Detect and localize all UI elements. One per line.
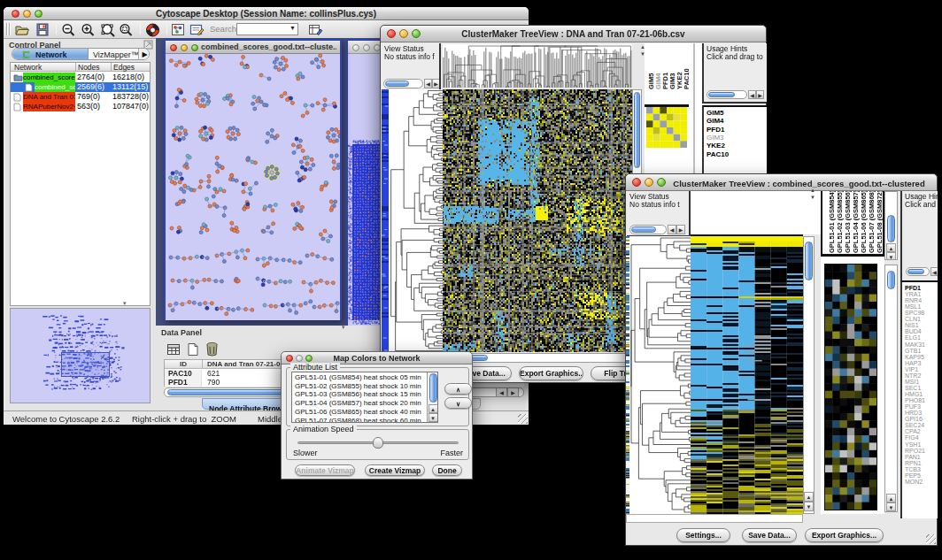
col-edges[interactable]: Edges [113,63,135,72]
tv2-vscrollbar[interactable]: ▲ ▼ [803,236,815,514]
zoom-button[interactable] [305,355,313,362]
network-row[interactable]: combined_sco2569(6)13112(15) [11,82,151,92]
animate-vizmap-button[interactable]: Animate Vizmap [295,464,355,476]
close-button[interactable] [387,29,396,38]
scroll-down-button[interactable]: ▼ [886,502,896,511]
resize-grip[interactable] [518,414,528,424]
attribute-list-item[interactable]: GPL51-06 (GSM865) heat shock 40 min [295,408,421,416]
gene-label[interactable]: HAP3 [905,360,921,366]
gene-label[interactable]: GTB1 [905,348,921,354]
gene-label[interactable]: SEC24 [905,422,924,428]
tv2-label-vscrollbar[interactable]: ▲ ▼ [884,191,898,260]
vizmapper-icon[interactable] [145,23,160,37]
minimize-button[interactable] [399,29,408,38]
col-network[interactable]: Network [14,63,42,72]
gene-label[interactable]: GIM4 [706,117,724,125]
attribute-editor-icon[interactable] [308,23,323,36]
tv1-row-dendrogram[interactable] [389,89,443,352]
close-button[interactable] [286,355,293,362]
zoom-selected-icon[interactable] [119,23,134,37]
gene-label[interactable]: CLN1 [905,316,921,322]
move-down-button[interactable]: ∨ [444,397,472,409]
scroll-up-button[interactable]: ▲ [886,243,896,252]
tab-vizmapper[interactable]: VizMapper™ [89,49,138,60]
attribute-list-item[interactable]: GPL51-02 (GSM855) heat shock 10 min [295,382,421,390]
gene-label[interactable]: NTR2 [905,372,921,379]
attribute-list-item[interactable]: GPL51-07 (GSM868) heat shock 60 min [295,417,421,424]
table-grid-icon[interactable] [166,342,181,357]
gene-label[interactable]: PFD1 [706,126,724,134]
annotation-icon[interactable] [189,23,205,36]
gene-label[interactable]: YRA1 [905,291,921,297]
tv2-zoom-vscrollbar[interactable]: ▲ ▼ [884,265,898,512]
network-row[interactable]: combined_scores_2764(0)16218(0) [11,73,151,82]
gene-label[interactable]: MAK31 [905,341,925,348]
attribute-list-item[interactable]: GPL51-04 (GSM857) heat shock 20 min [295,399,421,407]
minimize-button[interactable] [296,355,303,362]
scroll-up-button[interactable]: ▲ [429,404,438,413]
close-button[interactable] [12,10,19,18]
gene-label[interactable]: HMG1 [905,391,923,397]
tv1-status-hscrollbar[interactable] [383,79,423,88]
plugin-icon[interactable] [171,23,185,36]
gene-label[interactable]: SEC1 [905,385,921,391]
scroll-right-button[interactable]: ▶ [432,79,440,88]
export-graphics-button[interactable]: Export Graphics... [805,528,884,542]
data-panel-splitter-handle[interactable]: ▾ [342,324,345,331]
search-input[interactable]: ▼ [236,23,298,35]
gene-label[interactable]: KAP95 [905,354,924,360]
close-button[interactable] [632,178,641,187]
search-dropdown-arrow[interactable]: ▼ [290,25,296,31]
tv2-heatmap[interactable] [691,236,803,514]
speed-slider-thumb[interactable] [373,437,383,449]
gene-label[interactable]: VIP1 [905,366,918,372]
gene-label[interactable]: MON2 [905,479,923,485]
scroll-left-button[interactable]: ◀ [496,387,507,397]
tv1-correlation-matrix[interactable] [646,107,687,148]
tv2-status-hscrollbar[interactable] [629,225,667,234]
gene-label[interactable]: MSI1 [905,379,919,385]
minimize-button[interactable] [645,178,653,187]
scroll-left-button[interactable]: ◀ [668,225,676,234]
tv1-heatmap[interactable] [443,89,632,352]
open-icon[interactable] [14,23,29,36]
gene-label[interactable]: PUF3 [905,403,921,410]
gene-label[interactable]: SPC98 [905,310,924,316]
gene-label[interactable]: TCB3 [905,466,921,472]
zoom-button[interactable] [412,29,421,38]
tv1-titlebar[interactable]: ClusterMaker TreeView : DNA and Tran 07-… [381,26,766,42]
attribute-list-vscrollbar[interactable]: ▲ ▼ [427,372,438,423]
scroll-left-button[interactable]: ◀ [748,90,756,99]
scroll-down-button[interactable]: ▼ [804,502,814,511]
gene-label[interactable]: RPO21 [905,448,925,454]
gene-label[interactable]: GIM3 [706,134,724,142]
gene-label[interactable]: YKE2 [706,142,725,150]
scroll-right-button[interactable]: ▶ [676,225,685,234]
gene-label[interactable]: PAC10 [706,150,729,158]
tv1-global-overview-strip[interactable] [382,89,389,352]
tv2-row-dendrogram[interactable] [629,236,691,514]
tv2-vscroll-thumb[interactable] [805,242,813,280]
attribute-listbox[interactable]: GPL51-01 (GSM854) heat shock 05 minGPL51… [291,372,438,423]
create-vizmap-button[interactable]: Create Vizmap [365,464,425,476]
tv1-vscroll-thumb[interactable] [634,92,640,168]
gene-label[interactable]: CPA2 [905,428,921,434]
attr-col-1[interactable]: DNA and Tran 07-21-06b [207,360,289,368]
gene-label[interactable]: MSL1 [905,303,921,310]
gene-label[interactable]: HRD3 [905,410,922,416]
gene-label[interactable]: ELG1 [905,334,921,341]
tv2-mini-down-arrow[interactable]: ▼ [810,195,815,200]
network-overview[interactable] [10,308,151,403]
tv2-usage-hscrollbar[interactable] [906,267,930,276]
tv2-titlebar[interactable]: ClusterMaker TreeView : combined_scores_… [626,174,937,191]
gene-label[interactable]: FIG4 [905,434,919,441]
gene-label[interactable]: PAN1 [905,454,921,460]
gene-label[interactable]: BUD4 [905,328,922,334]
gene-label[interactable]: GPI16 [905,416,923,422]
zoom-in-icon[interactable] [81,23,96,37]
minimize-button[interactable] [363,44,370,51]
scroll-down-button[interactable]: ▼ [429,413,438,422]
zoom-out-icon[interactable] [61,23,76,37]
scroll-up-button[interactable]: ▲ [804,492,814,502]
close-button[interactable] [352,44,359,51]
